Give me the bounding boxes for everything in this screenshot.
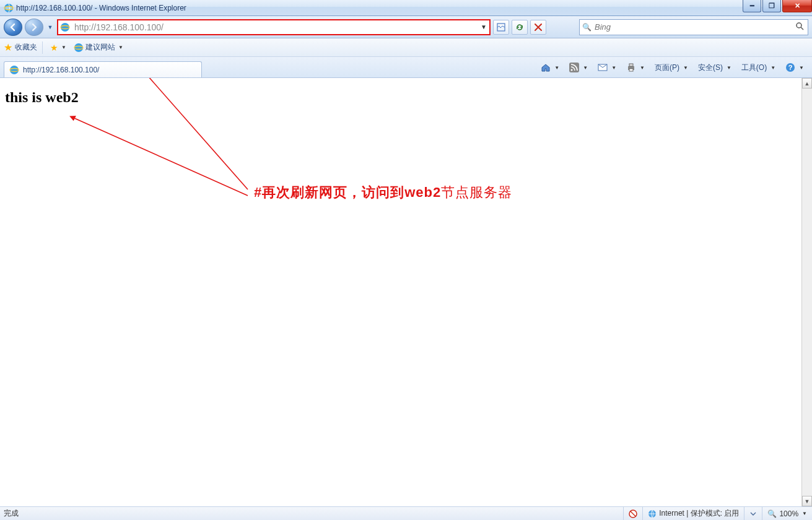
help-button[interactable]: ?▼ xyxy=(781,60,808,75)
safety-menu-label: 安全(S) xyxy=(698,63,723,73)
zone-cell[interactable]: Internet | 保护模式: 启用 xyxy=(642,507,744,520)
page-menu[interactable]: 页面(P)▼ xyxy=(650,60,692,75)
zone-label: Internet | 保护模式: 启用 xyxy=(659,508,739,519)
svg-point-6 xyxy=(74,43,83,52)
home-icon xyxy=(541,63,551,72)
chevron-down-icon: ▼ xyxy=(799,65,804,71)
feeds-button[interactable]: ▼ xyxy=(565,60,592,75)
svg-point-2 xyxy=(61,23,69,32)
arrow-left-icon xyxy=(9,23,17,32)
nav-history-dropdown[interactable]: ▼ xyxy=(46,19,55,36)
svg-rect-14 xyxy=(629,64,633,66)
chevron-down-icon: ▼ xyxy=(727,65,731,71)
scroll-down-button[interactable]: ▼ xyxy=(802,496,812,506)
annotation-text: #再次刷新网页，访问到web2节点服务器 xyxy=(254,183,512,202)
search-input[interactable] xyxy=(593,21,792,33)
stop-button[interactable] xyxy=(530,20,546,35)
tab-title: http://192.168.100.100/ xyxy=(23,66,99,74)
favorites-label[interactable]: 收藏夹 xyxy=(15,42,37,53)
zoom-icon: 🔍 xyxy=(767,509,777,518)
vertical-scrollbar[interactable]: ▲ ▼ xyxy=(801,78,812,506)
home-button[interactable]: ▼ xyxy=(536,60,564,75)
annotation-suffix: 节点服务器 xyxy=(441,184,512,200)
svg-rect-15 xyxy=(629,69,633,71)
zoom-value: 100% xyxy=(779,509,798,518)
svg-point-8 xyxy=(10,66,19,74)
svg-rect-4 xyxy=(497,24,505,31)
printer-icon xyxy=(626,63,636,72)
chevron-down-icon: ▼ xyxy=(61,45,66,50)
ie-icon xyxy=(60,22,70,32)
maximize-button[interactable]: ❐ xyxy=(762,0,781,12)
status-text: 完成 xyxy=(0,508,623,519)
scroll-up-button[interactable]: ▲ xyxy=(802,78,812,89)
chevron-down-icon: ▼ xyxy=(611,65,616,71)
status-bar: 完成 Internet | 保护模式: 启用 🔍 100% ▼ xyxy=(0,506,812,520)
annotation-prefix: #再次刷新网页，访问到 xyxy=(254,184,404,200)
ie-icon xyxy=(9,65,19,75)
search-box[interactable]: 🔍 xyxy=(579,19,808,35)
address-dropdown[interactable]: ▼ xyxy=(478,24,489,30)
annotation-arrows xyxy=(0,78,801,506)
command-bar: ▼ ▼ ▼ ▼ 页面(P)▼ 安全(S)▼ 工具(O)▼ ?▼ xyxy=(536,59,808,76)
ie-icon xyxy=(74,43,84,53)
search-go-button[interactable] xyxy=(792,22,808,32)
chevron-down-icon: ▼ xyxy=(683,65,688,71)
magnifier-icon xyxy=(795,22,804,30)
chevron-down-icon: ▼ xyxy=(554,65,559,71)
safety-menu[interactable]: 安全(S)▼ xyxy=(694,60,736,75)
back-button[interactable] xyxy=(4,19,22,36)
favorites-bar: ★ 收藏夹 ★ ▼ 建议网站 ▼ xyxy=(0,38,812,57)
content-area: this is web2 #再次刷新网页，访问到web2节点服务器 ▲ ▼ xyxy=(0,78,812,506)
window-titlebar: http://192.168.100.100/ - Windows Intern… xyxy=(0,0,812,16)
tools-menu[interactable]: 工具(O)▼ xyxy=(737,60,780,75)
site-icon xyxy=(58,22,72,32)
suggested-sites-link[interactable]: 建议网站 ▼ xyxy=(71,41,126,54)
mail-icon xyxy=(598,63,608,72)
tab-command-row: http://192.168.100.100/ ▼ ▼ ▼ ▼ 页面(P)▼ 安… xyxy=(0,57,812,78)
favorites-star-icon[interactable]: ★ xyxy=(4,41,12,53)
compat-view-button[interactable] xyxy=(493,20,509,35)
svg-point-11 xyxy=(571,69,573,71)
chevron-down-icon: ▼ xyxy=(802,511,807,516)
star-add-icon: ★ xyxy=(50,43,58,53)
address-bar[interactable]: ▼ xyxy=(57,19,491,35)
page-heading: this is web2 xyxy=(0,78,801,117)
nav-toolbar: ▼ ▼ 🔍 xyxy=(0,16,812,38)
protected-mode-toggle[interactable] xyxy=(744,507,762,520)
ie-icon xyxy=(4,3,14,13)
window-title: http://192.168.100.100/ - Windows Intern… xyxy=(16,4,186,12)
status-security-cell[interactable] xyxy=(623,507,642,520)
annotation-bold: web2 xyxy=(404,184,441,200)
chevron-down-icon: ▼ xyxy=(771,65,775,71)
dropdown-icon xyxy=(749,510,757,518)
minimize-button[interactable]: ━ xyxy=(743,0,761,12)
close-button[interactable]: ✕ xyxy=(782,0,812,12)
chevron-down-icon: ▼ xyxy=(640,65,645,71)
broken-page-icon xyxy=(497,23,505,32)
globe-icon xyxy=(648,509,657,518)
chevron-down-icon: ▼ xyxy=(583,65,588,71)
svg-point-5 xyxy=(797,23,801,28)
address-input[interactable] xyxy=(72,21,478,33)
shield-blocked-icon xyxy=(629,509,637,518)
forward-button[interactable] xyxy=(25,19,43,36)
svg-line-19 xyxy=(73,118,248,196)
help-icon: ? xyxy=(785,63,795,72)
stop-icon xyxy=(535,24,542,31)
tab-current[interactable]: http://192.168.100.100/ xyxy=(4,61,202,77)
mail-button[interactable]: ▼ xyxy=(593,60,621,75)
separator xyxy=(42,41,43,54)
search-provider-icon: 🔍 xyxy=(580,23,593,32)
page-menu-label: 页面(P) xyxy=(655,63,679,73)
zoom-cell[interactable]: 🔍 100% ▼ xyxy=(762,507,812,520)
refresh-icon xyxy=(515,23,524,32)
rss-icon xyxy=(569,63,579,72)
suggested-sites-label: 建议网站 xyxy=(85,42,115,53)
arrow-right-icon xyxy=(30,23,38,32)
print-button[interactable]: ▼ xyxy=(622,60,649,75)
page-viewport: this is web2 #再次刷新网页，访问到web2节点服务器 xyxy=(0,78,801,506)
refresh-button[interactable] xyxy=(512,20,528,35)
add-favorite-button[interactable]: ★ ▼ xyxy=(48,41,69,54)
chevron-down-icon: ▼ xyxy=(118,45,123,50)
